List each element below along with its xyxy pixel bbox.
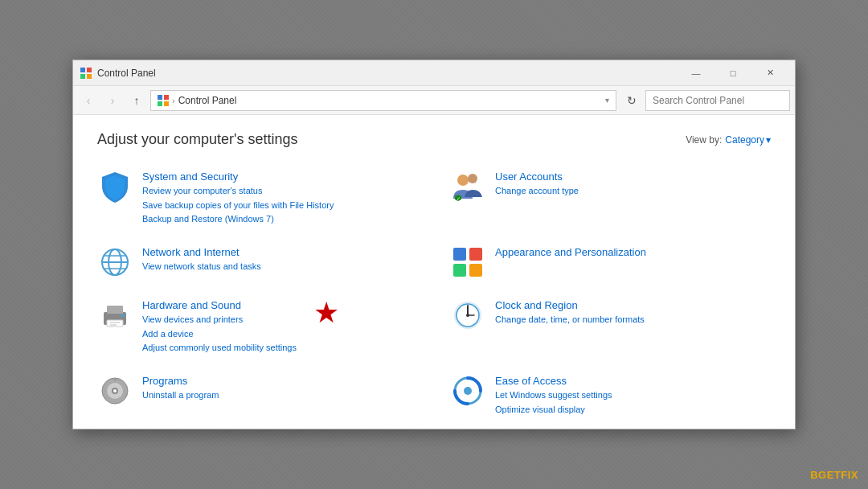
system-security-text: System and Security Review your computer… bbox=[142, 169, 418, 227]
window-title: Control Panel bbox=[97, 68, 678, 79]
svg-rect-25 bbox=[110, 324, 117, 326]
desktop: Control Panel — □ ✕ ‹ › ↑ › Control Pane… bbox=[0, 0, 868, 489]
content-area: Adjust your computer's settings View by:… bbox=[73, 115, 795, 429]
watermark-suffix: FIX bbox=[841, 469, 858, 481]
watermark-prefix: BGET bbox=[810, 469, 841, 481]
forward-button[interactable]: › bbox=[102, 90, 123, 111]
programs-link-1[interactable]: Uninstall a program bbox=[142, 388, 418, 403]
svg-rect-5 bbox=[164, 95, 169, 100]
category-network: Network and Internet View network status… bbox=[97, 240, 418, 285]
window-icon bbox=[80, 67, 92, 80]
page-title: Adjust your computer's settings bbox=[97, 131, 298, 148]
svg-rect-24 bbox=[110, 322, 120, 323]
category-user-accounts: ✓ User Accounts Change account type bbox=[450, 164, 771, 232]
ease-link-1[interactable]: Let Windows suggest settings bbox=[495, 388, 771, 403]
network-icon bbox=[97, 244, 133, 280]
svg-rect-18 bbox=[453, 264, 466, 277]
svg-rect-6 bbox=[158, 101, 162, 106]
hardware-text: Hardware and Sound View devices and prin… bbox=[142, 298, 418, 355]
hardware-name[interactable]: Hardware and Sound bbox=[142, 299, 241, 311]
minimize-button[interactable]: — bbox=[678, 60, 714, 86]
svg-rect-1 bbox=[87, 68, 92, 72]
view-by-control: View by: Category ▾ bbox=[686, 134, 771, 146]
svg-rect-23 bbox=[121, 314, 125, 317]
hardware-link-2[interactable]: Add a device bbox=[142, 327, 418, 342]
hardware-icon bbox=[97, 298, 133, 333]
programs-name[interactable]: Programs bbox=[142, 375, 187, 387]
address-dropdown-arrow[interactable]: ▾ bbox=[605, 96, 609, 105]
ease-text: Ease of Access Let Windows suggest setti… bbox=[495, 373, 771, 417]
network-name[interactable]: Network and Internet bbox=[142, 246, 240, 258]
system-security-link-2[interactable]: Save backup copies of your files with Fi… bbox=[142, 199, 418, 213]
page-header: Adjust your computer's settings View by:… bbox=[97, 131, 771, 148]
svg-point-34 bbox=[113, 389, 117, 392]
appearance-icon bbox=[450, 244, 485, 280]
system-security-link-1[interactable]: Review your computer's status bbox=[142, 184, 418, 199]
ease-icon bbox=[450, 373, 485, 409]
view-by-dropdown[interactable]: Category ▾ bbox=[725, 134, 771, 146]
up-button[interactable]: ↑ bbox=[126, 90, 147, 111]
breadcrumb-separator: › bbox=[172, 96, 175, 105]
back-button[interactable]: ‹ bbox=[78, 90, 99, 111]
svg-rect-17 bbox=[469, 248, 482, 261]
window-controls: — □ ✕ bbox=[678, 60, 788, 86]
svg-rect-21 bbox=[107, 306, 123, 314]
clock-icon bbox=[450, 298, 485, 333]
address-bar[interactable]: › Control Panel ▾ bbox=[150, 90, 616, 111]
appearance-text: Appearance and Personalization bbox=[495, 244, 771, 260]
svg-rect-19 bbox=[469, 264, 482, 277]
category-programs: Programs Uninstall a program bbox=[97, 368, 418, 421]
network-link-1[interactable]: View network status and tasks bbox=[142, 260, 418, 274]
svg-point-36 bbox=[464, 387, 472, 395]
navigation-bar: ‹ › ↑ › Control Panel ▾ ↻ bbox=[73, 86, 795, 115]
svg-rect-16 bbox=[453, 248, 466, 261]
watermark: BGETFIX bbox=[810, 469, 858, 481]
system-security-name[interactable]: System and Security bbox=[142, 171, 238, 183]
clock-text: Clock and Region Change date, time, or n… bbox=[495, 298, 771, 327]
category-system-security: System and Security Review your computer… bbox=[97, 164, 418, 232]
svg-rect-4 bbox=[158, 95, 162, 100]
category-appearance: Appearance and Personalization bbox=[450, 240, 771, 285]
ease-link-2[interactable]: Optimize visual display bbox=[495, 403, 771, 417]
close-button[interactable]: ✕ bbox=[751, 60, 788, 86]
user-accounts-icon: ✓ bbox=[450, 169, 485, 204]
user-accounts-name[interactable]: User Accounts bbox=[495, 171, 563, 183]
system-security-icon bbox=[97, 169, 133, 204]
programs-text: Programs Uninstall a program bbox=[142, 373, 418, 403]
maximize-button[interactable]: □ bbox=[714, 60, 751, 86]
svg-point-9 bbox=[468, 174, 477, 183]
svg-point-30 bbox=[466, 314, 469, 317]
refresh-button[interactable]: ↻ bbox=[621, 90, 642, 111]
category-clock: Clock and Region Change date, time, or n… bbox=[450, 293, 771, 360]
appearance-name[interactable]: Appearance and Personalization bbox=[495, 246, 646, 258]
title-bar: Control Panel — □ ✕ bbox=[73, 60, 795, 86]
programs-icon bbox=[97, 373, 133, 409]
view-by-label: View by: bbox=[686, 134, 722, 146]
search-input[interactable] bbox=[645, 90, 790, 111]
svg-rect-2 bbox=[80, 74, 85, 79]
control-panel-window: Control Panel — □ ✕ ‹ › ↑ › Control Pane… bbox=[72, 60, 796, 429]
network-text: Network and Internet View network status… bbox=[142, 244, 418, 274]
clock-link-1[interactable]: Change date, time, or number formats bbox=[495, 313, 771, 327]
category-hardware: Hardware and Sound View devices and prin… bbox=[97, 293, 418, 360]
svg-rect-3 bbox=[87, 74, 92, 79]
category-ease: Ease of Access Let Windows suggest setti… bbox=[450, 368, 771, 421]
hardware-link-3[interactable]: Adjust commonly used mobility settings bbox=[142, 341, 418, 355]
user-accounts-text: User Accounts Change account type bbox=[495, 169, 771, 199]
svg-text:✓: ✓ bbox=[457, 196, 461, 201]
system-security-link-3[interactable]: Backup and Restore (Windows 7) bbox=[142, 212, 418, 227]
svg-point-8 bbox=[457, 175, 469, 186]
svg-rect-7 bbox=[164, 101, 169, 106]
breadcrumb-current: Control Panel bbox=[178, 95, 237, 106]
user-accounts-link-1[interactable]: Change account type bbox=[495, 184, 771, 199]
address-bar-icon bbox=[158, 95, 169, 106]
view-by-chevron: ▾ bbox=[766, 134, 771, 146]
svg-rect-0 bbox=[80, 68, 85, 72]
ease-name[interactable]: Ease of Access bbox=[495, 375, 567, 387]
categories-grid: System and Security Review your computer… bbox=[97, 164, 771, 421]
hardware-link-1[interactable]: View devices and printers bbox=[142, 313, 418, 327]
clock-name[interactable]: Clock and Region bbox=[495, 299, 578, 311]
